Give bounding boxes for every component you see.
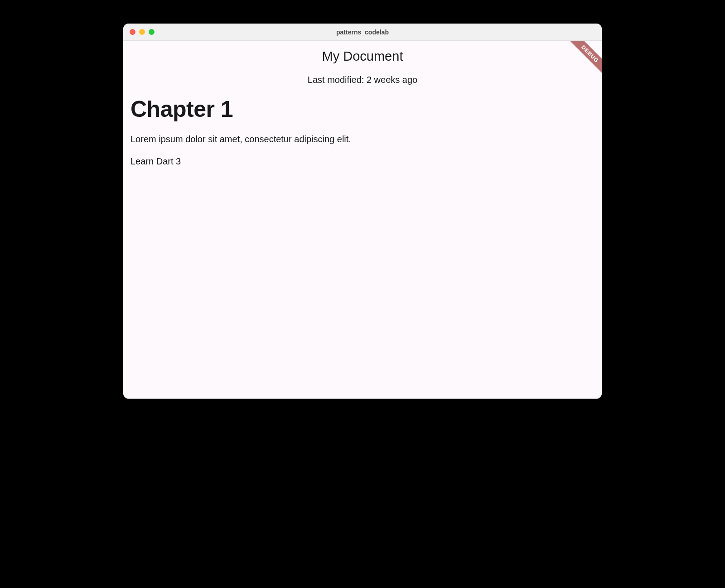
window-title: patterns_codelab (130, 29, 595, 36)
maximize-window-button[interactable] (149, 29, 155, 35)
paragraph-text: Lorem ipsum dolor sit amet, consectetur … (130, 134, 594, 145)
app-title: My Document (123, 49, 602, 64)
minimize-window-button[interactable] (139, 29, 145, 35)
last-modified-label: Last modified: 2 weeks ago (123, 75, 602, 85)
traffic-lights (130, 29, 155, 35)
extra-line-text: Learn Dart 3 (130, 156, 594, 167)
close-window-button[interactable] (130, 29, 135, 35)
app-window: patterns_codelab DEBUG My Document Last … (123, 24, 602, 399)
app-body: DEBUG My Document Last modified: 2 weeks… (123, 41, 602, 399)
document-body: Chapter 1 Lorem ipsum dolor sit amet, co… (123, 96, 602, 167)
chapter-heading: Chapter 1 (130, 96, 594, 122)
titlebar: patterns_codelab (123, 24, 602, 41)
app-content: My Document Last modified: 2 weeks ago C… (123, 41, 602, 167)
